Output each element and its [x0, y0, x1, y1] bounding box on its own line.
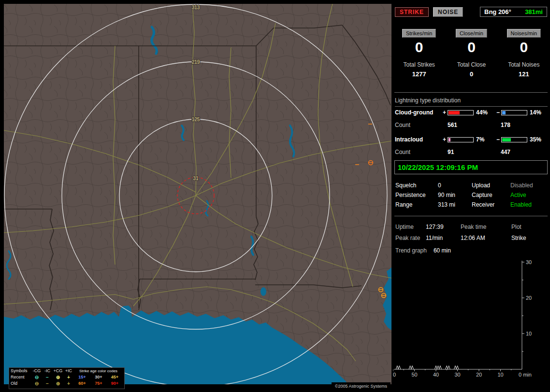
plot-label: Plot [511, 224, 548, 230]
mode-toolbar: STRIKE NOISE Bng 206° 381mi [395, 7, 547, 17]
status-panel: STRIKE NOISE Bng 206° 381mi Strikes/min … [393, 0, 550, 392]
pos-cg-icon: ⊕ [53, 375, 63, 380]
bearing-distance: 381mi [525, 8, 543, 15]
distribution-title: Lightning type distribution [395, 97, 548, 107]
divider [394, 92, 548, 93]
range-label: Range [395, 201, 438, 208]
cloud-ground-row: Cloud-ground + 44% − 14% [395, 109, 549, 116]
noise-mode-button[interactable]: NOISE [433, 7, 463, 17]
map-legend: Symbols -CG -IC +CG +IC Strike age color… [9, 367, 125, 389]
cloud-ground-label: Cloud-ground [395, 109, 441, 116]
receiver-label: Receiver [472, 201, 510, 208]
cloud-ground-count-row: Count 561 178 [395, 122, 510, 128]
settings-table: Squelch 0 Upload Disabled Persistence 90… [395, 181, 548, 210]
squelch-value: 0 [438, 182, 472, 189]
neg-ic-icon: − [42, 381, 53, 387]
legend-age-title: Strike age color codes [74, 368, 123, 374]
uptime-value: 127:39 [426, 224, 461, 230]
uptime-label: Uptime [395, 224, 426, 230]
cg-positive-bar [448, 110, 474, 115]
ic-positive-count: 91 [448, 149, 501, 155]
trend-header: Trend graph 60 min [395, 247, 451, 254]
svg-text:30: 30 [526, 259, 532, 265]
cg-positive-pct: 44% [474, 109, 495, 116]
trend-graph-label: Trend graph [395, 247, 427, 254]
neg-ic-icon: − [42, 375, 53, 380]
age-code-90plus: 90+ [107, 380, 123, 387]
strike-mode-button[interactable]: STRIKE [395, 7, 429, 17]
trend-graph: 3020106050403020100 min [393, 258, 550, 392]
strikes-per-min-label: Strikes/min [402, 29, 436, 38]
divider [394, 216, 548, 216]
range-label-313: 313 [192, 5, 200, 10]
close-per-min-value: 0 [467, 39, 476, 55]
noises-per-min-column: Noises/min 0 Total Noises 121 [498, 29, 550, 78]
peak-rate-label: Peak rate [395, 235, 426, 241]
legend-col-pos-cg: +CG [53, 368, 63, 374]
legend-col-neg-ic: -IC [42, 368, 53, 374]
range-label-125: 125 [192, 117, 200, 122]
peak-time-value: 12:06 AM [461, 235, 511, 241]
neg-cg-icon: ⊖ [31, 375, 42, 380]
svg-text:20: 20 [526, 295, 532, 301]
cg-negative-bar [501, 110, 527, 115]
plot-value: Strike [511, 235, 548, 241]
intracloud-row: Intracloud + 7% − 35% [395, 136, 549, 143]
persistence-label: Persistence [395, 192, 438, 198]
copyright: ©2005 Astrogenic Systems [332, 382, 391, 390]
svg-text:30: 30 [454, 372, 460, 378]
pos-ic-icon: + [63, 381, 74, 387]
total-strikes-value: 1277 [412, 70, 426, 78]
cg-positive-count: 561 [448, 122, 501, 128]
intracloud-label: Intracloud [395, 136, 441, 143]
svg-text:60: 60 [393, 372, 396, 378]
ic-negative-count: 447 [501, 149, 510, 155]
svg-text:40: 40 [433, 372, 439, 378]
peak-time-label: Peak time [461, 224, 511, 230]
upload-status: Disabled [510, 182, 548, 189]
svg-text:0 min: 0 min [519, 372, 532, 378]
cg-negative-count: 178 [501, 122, 510, 128]
age-code-30plus: 30+ [90, 374, 107, 380]
lightning-map[interactable]: 313 219 125 31 [4, 4, 391, 384]
ic-positive-pct: 7% [474, 136, 495, 143]
strikes-per-min-column: Strikes/min 0 Total Strikes 1277 [393, 29, 445, 78]
trend-window-value: 60 min [434, 247, 451, 254]
plus-sign: + [441, 109, 448, 116]
ic-positive-bar [448, 137, 474, 142]
minus-sign: − [495, 136, 501, 143]
range-label-31: 31 [193, 176, 199, 181]
range-label-219: 219 [192, 59, 200, 65]
peak-rate-value: 11/min [426, 235, 461, 241]
legend-row-label: Old [9, 380, 31, 387]
svg-text:50: 50 [411, 372, 417, 378]
count-label: Count [395, 122, 448, 128]
neg-cg-icon: ⊖ [31, 381, 42, 387]
total-close-label: Total Close [457, 61, 486, 68]
strikes-per-min-value: 0 [415, 39, 423, 55]
settings-row: Squelch 0 Upload Disabled [395, 181, 548, 190]
rate-counters: Strikes/min 0 Total Strikes 1277 Close/m… [393, 29, 550, 78]
uptime-stats: Uptime 127:39 Peak time Plot Peak rate 1… [395, 221, 548, 243]
close-per-min-column: Close/min 0 Total Close 0 [445, 29, 497, 78]
total-close-value: 0 [470, 70, 473, 78]
age-code-75plus: 75+ [90, 380, 107, 387]
count-label: Count [395, 149, 448, 155]
plus-sign: + [441, 136, 448, 143]
age-code-15plus: 15+ [74, 374, 90, 380]
squelch-label: Squelch [395, 182, 438, 189]
minus-sign: − [495, 109, 501, 116]
cg-negative-pct: 14% [527, 109, 549, 116]
stats-row: Uptime 127:39 Peak time Plot [395, 221, 548, 232]
total-noises-label: Total Noises [508, 61, 539, 68]
settings-row: Persistence 90 min Capture Active [395, 190, 548, 200]
pos-cg-icon: ⊕ [53, 381, 63, 387]
ic-negative-bar [501, 137, 527, 142]
legend-col-pos-ic: +IC [63, 368, 74, 374]
bearing-display: Bng 206° 381mi [480, 7, 547, 17]
pos-ic-icon: + [63, 375, 74, 380]
persistence-value: 90 min [438, 192, 472, 198]
ic-negative-pct: 35% [527, 136, 549, 143]
settings-row: Range 313 mi Receiver Enabled [395, 200, 548, 210]
svg-text:10: 10 [526, 331, 532, 336]
